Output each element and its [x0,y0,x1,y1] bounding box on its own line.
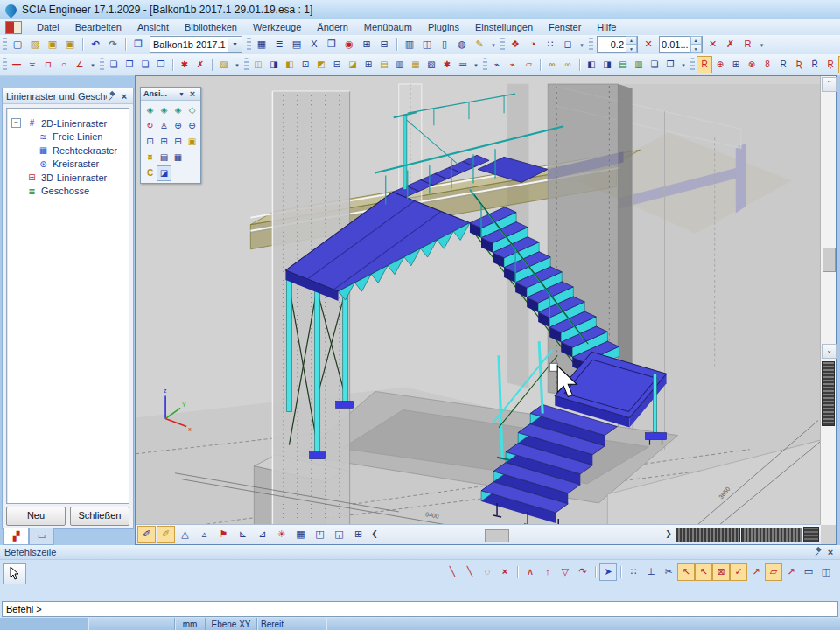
scroll-down-icon[interactable]: ⌄ [822,344,836,359]
clipboard-icon[interactable]: ❒ [323,36,340,53]
image-gallery-icon[interactable]: ❖ [507,36,524,53]
snap-general-icon[interactable]: ▱ [765,564,782,581]
redo-icon[interactable]: ↷ [104,36,122,53]
toolbar-overflow[interactable]: ▾ [577,36,587,53]
vertical-scrollbar[interactable]: ⌃ ⌄ [820,76,836,525]
doc-link-icon[interactable]: ❏ [647,56,662,74]
point-grid-icon[interactable]: ∷ [542,36,559,53]
snap-arc-point-icon[interactable]: ↗ [782,564,800,581]
activity-7-icon[interactable]: Ʀ [791,56,807,74]
move-icon[interactable]: ❐ [153,56,169,74]
layout-a-icon[interactable]: ◰ [311,526,329,543]
zoom-image-icon[interactable]: ◔ [524,36,542,53]
tree-item-3d-linienraster[interactable]: ⊞ 3D-Linienraster [7,171,129,185]
menu-datei[interactable]: Datei [29,21,67,33]
spinner-arrows[interactable]: ▲▼ [690,36,702,53]
scroll-up-icon[interactable]: ⌃ [822,77,836,92]
activity-4-icon[interactable]: ⊗ [744,56,760,74]
rotate-view-icon[interactable]: ↻ [143,118,158,134]
units-icon[interactable]: ▦ [253,36,270,53]
dimension2-icon[interactable]: ⊿ [253,526,271,543]
search-all-icon[interactable]: ∞ [560,56,576,74]
line-icon[interactable]: — [9,56,24,74]
menu-einstellungen[interactable]: Einstellungen [467,21,541,33]
open-library-icon[interactable]: ▨ [216,56,232,74]
table-icon[interactable]: ⊞ [349,526,368,543]
last-point-icon[interactable]: ◫ [817,564,835,581]
select-poly-icon[interactable]: ⌁ [505,56,521,74]
select-line-icon[interactable]: ⌁ [489,56,505,74]
cut-icon[interactable]: ✂ [660,564,677,581]
copy-icon[interactable]: ❏ [106,56,122,74]
node-icon[interactable]: ✱ [439,56,455,74]
axes-icon[interactable]: ✳ [272,526,290,543]
palette-title-bar[interactable]: Ansi... ▼ × [141,88,200,101]
grid-line-icon[interactable]: ≍ [24,56,40,74]
snap-orthopoint-icon[interactable]: ✓ [730,564,747,581]
table-edit-icon[interactable]: ▤ [615,56,631,74]
tab-layout-panel[interactable]: ▭ [29,528,54,545]
tree-item-rechteckraster[interactable]: ▦ Rechteckraster [7,144,129,158]
tree-item-freie-linien[interactable]: ≋ Freie Linien [7,130,129,144]
toolbar-grip[interactable] [483,58,487,72]
new-icon[interactable]: ▢ [9,36,26,53]
angle-icon[interactable]: ∠ [72,56,88,74]
cursor-cross-icon[interactable]: ✗ [722,36,739,53]
toolbar-grip[interactable] [690,58,695,72]
measure-icon[interactable]: ▭ [800,564,817,581]
view-x-icon[interactable]: ◈ [143,102,158,118]
activity-3-icon[interactable]: ⊞ [728,56,744,74]
zoom-selection-icon[interactable]: ⊟ [171,134,186,150]
scia-app-icon[interactable] [5,21,22,34]
toolbar-grip[interactable] [100,58,104,72]
activity-5-icon[interactable]: 8 [760,56,775,74]
scrollbar-thumb[interactable] [822,248,836,272]
chevron-down-icon[interactable]: ▼ [178,91,185,97]
activity-2-icon[interactable]: ⊕ [712,56,728,74]
open-icon[interactable]: ▨ [26,36,44,53]
snap-endpoint-icon[interactable]: ↖ [677,564,695,581]
toolbar-grip[interactable] [244,58,248,72]
snap-mode-icon[interactable]: ✕ [704,36,722,53]
toolbar-overflow[interactable]: ▾ [757,36,767,53]
ortho-icon[interactable]: ⊥ [642,564,660,581]
activity-6-icon[interactable]: R [775,56,791,74]
haunch-icon[interactable]: ◩ [313,56,329,74]
zoom-window-icon[interactable]: ⊡ [143,134,158,150]
status-unit[interactable]: mm [175,618,206,630]
view-axo-icon[interactable]: ◇ [185,102,200,118]
internal-edge-icon[interactable]: ≕ [455,56,471,74]
toolbar-overflow[interactable]: ▾ [471,56,481,74]
snap-vertex-icon[interactable]: ∧ [522,564,539,581]
snap-step-spinner[interactable]: 0.2 ▲▼ [597,36,638,53]
3d-viewport[interactable]: 6400 3650 z Y x Ansi... ▼ × [135,75,836,545]
snap-toggle-icon[interactable]: ✕ [640,36,657,53]
status-plane[interactable]: Ebene XY [206,618,257,630]
drawing-icon[interactable]: ✎ [471,36,488,53]
ref-point-icon[interactable]: R [739,36,757,53]
dimension-icon[interactable]: ⊾ [234,526,252,543]
horizontal-scrollbar[interactable] [382,528,662,542]
wall-icon[interactable]: ▥ [392,56,408,74]
toolbar-grip[interactable] [500,38,505,52]
menu-ansicht[interactable]: Ansicht [130,21,177,33]
arbitrary-member-icon[interactable]: ⊟ [329,56,345,74]
toolbar-grip[interactable] [247,38,251,52]
dot-grid-icon[interactable]: ∷ [625,564,642,581]
toolbar-overflow[interactable]: ▾ [88,56,98,74]
cursor-snap-icon[interactable]: ➤ [599,564,617,581]
3d-viewport-canvas[interactable]: 6400 3650 z Y x [136,76,821,525]
deselect-icon[interactable]: ▱ [521,56,536,74]
scrollbar-thumb[interactable] [485,529,509,542]
flag-icon[interactable]: ⚑ [214,526,233,543]
menu-bibliotheken[interactable]: Bibliotheken [177,21,245,33]
menu-aendern[interactable]: Ändern [309,21,355,33]
pin-icon[interactable] [107,91,117,102]
snap-midpoint-icon[interactable]: ↖ [695,564,712,581]
doc-link2-icon[interactable]: ❐ [662,56,678,74]
zoom-all-icon[interactable]: ⊞ [157,134,172,150]
member-1d-icon[interactable]: ◫ [250,56,266,74]
render-mode-icon[interactable]: ◪ [157,165,172,181]
object-info-icon[interactable]: ◻ [559,36,577,53]
calculator-icon[interactable]: ▤ [288,36,305,53]
